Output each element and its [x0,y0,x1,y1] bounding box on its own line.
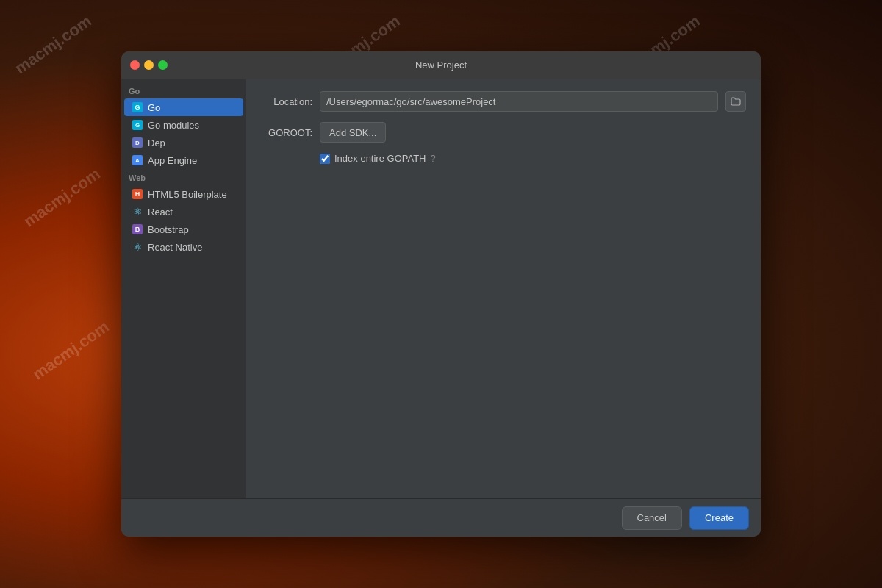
dep-icon: D [132,137,143,148]
create-button[interactable]: Create [689,506,749,530]
minimize-button[interactable] [144,60,154,70]
sidebar-item-react-native[interactable]: ⚛ React Native [124,238,243,256]
bootstrap-icon: B [132,223,143,235]
index-gopath-checkbox[interactable] [320,154,330,164]
sidebar-item-go-label: Go [148,102,160,113]
main-panel: Location: GOROOT: Add SDK... Index entir… [246,79,761,498]
go-modules-icon: G [132,119,143,131]
browse-folder-button[interactable] [725,91,746,112]
traffic-lights [130,60,168,70]
sidebar-item-html5[interactable]: H HTML5 Boilerplate [124,185,243,203]
location-input[interactable] [320,91,718,112]
sidebar-item-dep[interactable]: D Dep [124,134,243,151]
sidebar-item-html5-label: HTML5 Boilerplate [148,189,227,200]
sidebar-item-bootstrap-label: Bootstrap [148,224,189,235]
watermark-1: macmj.com [11,12,95,79]
watermark-7: macmj.com [29,318,112,384]
sidebar-item-bootstrap[interactable]: B Bootstrap [124,220,243,238]
index-gopath-label: Index entire GOPATH [334,153,426,164]
new-project-dialog: New Project Go G Go G Go modules [121,51,761,537]
sidebar-item-app-engine[interactable]: A App Engine [124,151,243,169]
app-engine-icon: A [132,154,143,166]
go-section-label: Go [121,82,246,98]
index-gopath-row: Index entire GOPATH ? [320,153,746,164]
sidebar-item-go[interactable]: G Go [124,98,243,116]
help-icon[interactable]: ? [431,153,436,164]
sidebar-item-react-native-label: React Native [148,242,202,253]
dialog-body: Go G Go G Go modules D Dep [121,79,761,498]
dialog-title: New Project [415,60,467,71]
sidebar-item-react[interactable]: ⚛ React [124,203,243,220]
add-sdk-button[interactable]: Add SDK... [320,122,386,143]
bottom-bar: Cancel Create [121,498,761,537]
react-native-icon: ⚛ [132,241,143,253]
goroot-label: GOROOT: [261,127,312,138]
html5-icon: H [132,188,143,200]
go-icon: G [132,101,143,113]
sidebar-item-dep-label: Dep [148,137,165,148]
web-section-label: Web [121,169,246,185]
cancel-button[interactable]: Cancel [622,506,682,530]
goroot-row: GOROOT: Add SDK... [261,122,746,143]
watermark-4: macmj.com [20,165,104,232]
close-button[interactable] [130,60,140,70]
sidebar-item-app-engine-label: App Engine [148,155,197,166]
location-label: Location: [261,96,312,107]
maximize-button[interactable] [158,60,168,70]
location-row: Location: [261,91,746,112]
sidebar: Go G Go G Go modules D Dep [121,79,246,498]
react-icon: ⚛ [132,206,143,218]
sidebar-item-go-modules-label: Go modules [148,120,199,131]
sidebar-item-go-modules[interactable]: G Go modules [124,116,243,134]
sidebar-item-react-label: React [148,207,173,218]
titlebar: New Project [121,51,761,79]
